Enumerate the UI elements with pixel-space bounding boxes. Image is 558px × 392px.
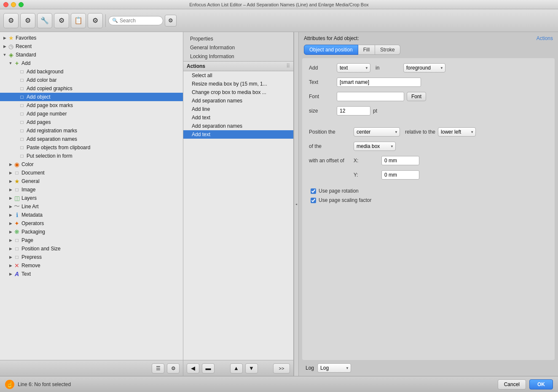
delete-icon: ▬	[206, 365, 211, 371]
sidebar-item-add-page-number[interactable]: □ Add page number	[0, 110, 183, 118]
sidebar-item-add-page-box-marks[interactable]: □ Add page box marks	[0, 101, 183, 110]
action-change-crop[interactable]: Change crop box to media box ...	[183, 88, 293, 97]
sidebar-item-recent[interactable]: ▶ ◷ Recent	[0, 42, 183, 51]
sidebar-item-add-object[interactable]: □ Add object	[0, 93, 183, 101]
of-the-select[interactable]: media box crop box bleed box trim box	[354, 142, 396, 151]
sidebar-item-operators[interactable]: ▶ ✦ Operators	[0, 219, 183, 228]
middle-panel: Properties General Information Locking I…	[183, 32, 294, 376]
attributes-header: Attributes for Add object:	[304, 35, 359, 41]
recent-label: Recent	[16, 43, 32, 49]
use-page-scaling-checkbox[interactable]	[311, 198, 316, 203]
sidebar-item-color[interactable]: ▶ ◉ Color	[0, 160, 183, 169]
font-button[interactable]: Font	[407, 92, 426, 101]
text-input[interactable]	[337, 78, 421, 87]
new-list-button[interactable]: ☰	[152, 363, 164, 373]
put-selection-label: Put selection in form	[27, 153, 72, 159]
sidebar-item-standard[interactable]: ▼ ◈ Standard	[0, 51, 183, 59]
action-add-line[interactable]: Add line	[183, 105, 293, 113]
sidebar-item-general[interactable]: ▶ ★ General	[0, 177, 183, 185]
font-input[interactable]	[337, 92, 404, 101]
use-page-rotation-checkbox[interactable]	[311, 188, 316, 194]
action-add-text-1[interactable]: Add text	[183, 113, 293, 122]
position-select[interactable]: center top left top center top right bot…	[354, 127, 400, 137]
log-select[interactable]: Log Warning Error None	[317, 363, 351, 373]
search-options-icon: ⚙	[168, 17, 173, 24]
close-button[interactable]	[3, 2, 8, 7]
text-label: Text	[309, 79, 334, 85]
sidebar-item-document[interactable]: ▶ □ Document	[0, 169, 183, 177]
toolbar-btn-preferences[interactable]: ⚙	[54, 13, 69, 28]
sidebar-item-line-art[interactable]: ▶ 〜 Line Art	[0, 202, 183, 211]
move-up-button[interactable]: ▲	[230, 363, 243, 373]
action-add-text-2[interactable]: Add text	[183, 130, 293, 139]
new-list-icon: ☰	[156, 365, 161, 371]
tab-object-position[interactable]: Object and position	[304, 45, 358, 55]
sidebar-item-metadata[interactable]: ▶ ℹ Metadata	[0, 211, 183, 219]
tools-icon: 🔧	[40, 16, 49, 24]
sidebar-item-paste-objects[interactable]: □ Paste objects from clipboard	[0, 143, 183, 152]
sidebar-item-prepress[interactable]: ▶ □ Prepress	[0, 253, 183, 261]
move-up-icon: ▲	[233, 365, 239, 371]
sidebar-item-remove[interactable]: ▶ ✕ Remove	[0, 261, 183, 270]
delete-action-button[interactable]: ▬	[202, 363, 215, 373]
remove-arrow: ▶	[8, 263, 13, 268]
general-icon: ★	[13, 178, 20, 185]
toolbar-btn-advanced[interactable]: ⚙	[88, 13, 103, 28]
sidebar-item-position-size[interactable]: ▶ □ Position and Size	[0, 244, 183, 253]
sidebar-item-image[interactable]: ▶ □ Image	[0, 185, 183, 194]
cancel-button[interactable]: Cancel	[498, 379, 526, 389]
sidebar-item-add-color-bar[interactable]: □ Add color bar	[0, 76, 183, 84]
execute-button[interactable]: >>	[273, 363, 290, 373]
sidebar-item-add[interactable]: ▼ + Add	[0, 59, 183, 67]
left-settings-button[interactable]: ⚙	[167, 363, 180, 373]
action-resize-media[interactable]: Resize media box by (15 mm, 1...	[183, 80, 293, 88]
x-input[interactable]	[381, 156, 419, 165]
sidebar-item-favorites[interactable]: ▶ ★ Favorites	[0, 34, 183, 42]
action-add-sep-names-1[interactable]: Add separation names	[183, 97, 293, 105]
sidebar-item-text[interactable]: ▶ A Text	[0, 270, 183, 278]
paste-objects-icon: □	[19, 144, 25, 151]
add-page-number-icon: □	[19, 110, 25, 117]
traffic-lights	[3, 2, 24, 7]
tab-general-info[interactable]: General Information	[187, 43, 290, 52]
search-options-button[interactable]: ⚙	[165, 15, 177, 27]
collapse-handle[interactable]: ◂	[294, 32, 299, 376]
toolbar-btn-list[interactable]: 📋	[71, 13, 86, 28]
add-select[interactable]: text image line rectangle	[337, 63, 370, 72]
tab-stroke[interactable]: Stroke	[375, 45, 400, 55]
actions-link[interactable]: Actions	[537, 35, 553, 41]
search-input[interactable]	[120, 18, 158, 24]
action-add-sep-names-2[interactable]: Add separation names	[183, 122, 293, 130]
sidebar-item-add-copied-graphics[interactable]: □ Add copied graphics	[0, 84, 183, 93]
tab-bar: Object and position Fill Stroke	[299, 45, 558, 58]
sidebar-item-add-registration-marks[interactable]: □ Add registration marks	[0, 126, 183, 135]
sidebar-item-add-separation-names[interactable]: □ Add separation names	[0, 135, 183, 143]
toolbar-btn-settings1[interactable]: ⚙	[3, 13, 19, 28]
sidebar-item-packaging[interactable]: ▶ ❋ Packaging	[0, 228, 183, 236]
ok-button[interactable]: OK	[529, 379, 553, 389]
sidebar-item-page[interactable]: ▶ □ Page	[0, 236, 183, 244]
tree-view: ▶ ★ Favorites ▶ ◷ Recent ▼ ◈ Standard	[0, 32, 183, 360]
toolbar-btn-tools[interactable]: 🔧	[37, 13, 52, 28]
advanced-icon: ⚙	[92, 16, 98, 24]
toolbar-btn-settings2[interactable]: ⚙	[20, 13, 35, 28]
tab-fill[interactable]: Fill	[358, 45, 375, 55]
sidebar-item-layers[interactable]: ▶ ◫ Layers	[0, 194, 183, 202]
minimize-button[interactable]	[11, 2, 16, 7]
maximize-button[interactable]	[19, 2, 24, 7]
favorites-arrow: ▶	[2, 35, 8, 41]
sidebar-item-add-background[interactable]: □ Add background	[0, 67, 183, 76]
move-left-button[interactable]: ◀	[187, 363, 199, 373]
in-select[interactable]: foreground background	[403, 63, 445, 72]
action-select-all[interactable]: Select all	[183, 71, 293, 80]
sidebar-item-put-selection[interactable]: □ Put selection in form	[0, 152, 183, 160]
size-input[interactable]	[337, 106, 370, 115]
y-input[interactable]	[381, 170, 419, 180]
image-label: Image	[21, 187, 35, 193]
sidebar-item-add-pages[interactable]: □ Add pages	[0, 118, 183, 126]
relative-select[interactable]: lower left lower right upper left upper …	[438, 127, 476, 137]
tab-properties[interactable]: Properties	[187, 35, 290, 43]
move-down-button[interactable]: ▼	[245, 363, 258, 373]
dialog-buttons: Cancel OK	[498, 379, 553, 389]
tab-locking-info[interactable]: Locking Information	[187, 52, 290, 61]
